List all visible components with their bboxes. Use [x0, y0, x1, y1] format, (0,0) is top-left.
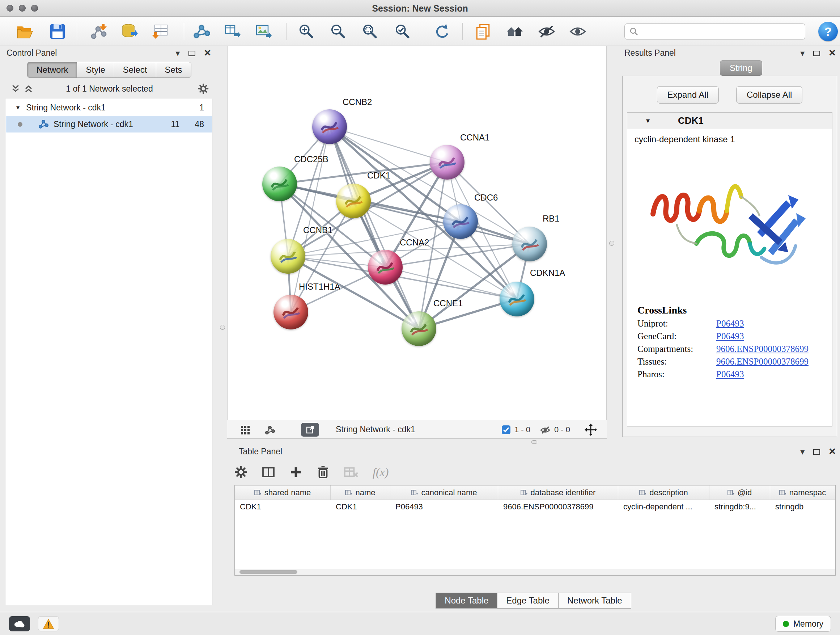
panel-close-icon[interactable]: ×: [204, 47, 211, 58]
save-session-button[interactable]: [47, 21, 68, 42]
network-node-cdkn1a[interactable]: [500, 282, 534, 317]
expand-tree-icon[interactable]: [11, 84, 20, 93]
network-node-ccna2[interactable]: [368, 250, 403, 285]
tab-edge-table[interactable]: Edge Table: [497, 593, 559, 608]
tree-expand-icon[interactable]: ▾: [16, 103, 19, 111]
show-columns-icon[interactable]: [262, 466, 275, 478]
table-cell[interactable]: stringdb: [770, 500, 835, 514]
panel-close-icon[interactable]: ×: [829, 47, 836, 58]
network-node-ccnb1[interactable]: [271, 239, 305, 274]
export-image-button[interactable]: [253, 21, 274, 42]
gene-section-header[interactable]: ▾ CDK1: [627, 112, 832, 129]
column-header-description[interactable]: description: [618, 486, 709, 500]
column-header-shared-name[interactable]: shared name: [235, 486, 331, 500]
import-network-from-database-button[interactable]: [118, 21, 140, 42]
hide-graphics-details-button[interactable]: [536, 21, 557, 42]
bottom-splitter-handle[interactable]: [531, 440, 537, 444]
show-all-networks-button[interactable]: [504, 21, 525, 42]
network-node-ccna1[interactable]: [430, 145, 464, 180]
network-node-rb1[interactable]: [512, 226, 547, 261]
add-column-plus-icon[interactable]: [289, 466, 302, 478]
panel-menu-icon[interactable]: ▾: [175, 49, 180, 57]
column-header--id[interactable]: @id: [709, 486, 770, 500]
crosslink-link[interactable]: 9606.ENSP00000378699: [716, 344, 808, 354]
protein-thumbnail-icon: [401, 311, 436, 346]
tab-select[interactable]: Select: [114, 62, 156, 78]
scroll-thumb[interactable]: [240, 570, 297, 574]
birdseye-grid-icon[interactable]: [240, 425, 250, 435]
panel-float-icon[interactable]: [188, 51, 195, 56]
collapse-tree-icon[interactable]: [24, 84, 33, 93]
cloud-button[interactable]: [9, 616, 30, 631]
crosslink-link[interactable]: 9606.ENSP00000378699: [716, 356, 808, 367]
help-button[interactable]: ?: [818, 22, 838, 41]
zoom-selected-button[interactable]: [392, 21, 413, 42]
network-overview-icon[interactable]: [265, 425, 275, 435]
network-view-title: String Network - cdk1: [336, 424, 415, 434]
gear-icon[interactable]: [198, 83, 209, 94]
zoom-in-button[interactable]: [296, 21, 317, 42]
new-network-from-selection-button[interactable]: [191, 21, 212, 42]
network-collection-row[interactable]: ▾ String Network - cdk1 1: [6, 99, 212, 116]
column-header-name[interactable]: name: [331, 486, 390, 500]
network-canvas[interactable]: CCNB2CCNA1CDC25BCDK1CDC6RB1CCNB1CCNA2CDK…: [227, 46, 607, 420]
expand-all-button[interactable]: Expand All: [657, 86, 719, 103]
tab-network[interactable]: Network: [27, 62, 77, 78]
show-graphics-details-button[interactable]: [567, 21, 588, 42]
table-settings-gear-icon[interactable]: [234, 466, 248, 478]
tab-node-table[interactable]: Node Table: [436, 593, 497, 608]
open-in-window-button[interactable]: [301, 423, 319, 437]
collapse-all-button[interactable]: Collapse All: [736, 86, 802, 103]
titlebar: Session: New Session: [0, 0, 840, 17]
network-node-ccne1[interactable]: [401, 311, 436, 346]
network-node-hist1h1a[interactable]: [273, 295, 308, 329]
table-hscrollbar[interactable]: [235, 569, 835, 575]
table-cell[interactable]: cyclin-dependent ...: [618, 500, 709, 514]
import-network-from-file-button[interactable]: [88, 21, 109, 42]
network-node-cdc6[interactable]: [443, 204, 478, 239]
panel-menu-icon[interactable]: ▾: [800, 448, 805, 456]
panel-float-icon[interactable]: [813, 51, 820, 56]
table-row[interactable]: CDK1CDK1P064939606.ENSP00000378699cyclin…: [235, 500, 835, 514]
panel-menu-icon[interactable]: ▾: [800, 49, 805, 57]
left-splitter-handle[interactable]: [220, 325, 225, 330]
panel-close-icon[interactable]: ×: [829, 445, 836, 457]
right-splitter-handle[interactable]: [609, 241, 614, 246]
search-input[interactable]: [638, 24, 805, 39]
network-node-ccnb2[interactable]: [312, 109, 347, 144]
network-node-cdk1[interactable]: [336, 184, 371, 218]
selected-checkbox-icon[interactable]: [501, 425, 511, 434]
warnings-button[interactable]: [38, 616, 59, 631]
apply-layout-button[interactable]: [431, 21, 452, 42]
delete-column-trash-icon[interactable]: [317, 466, 329, 478]
table-cell[interactable]: CDK1: [235, 500, 331, 514]
crosslink-link[interactable]: P06493: [716, 318, 744, 329]
column-header-canonical-name[interactable]: canonical name: [390, 486, 498, 500]
table-cell[interactable]: CDK1: [331, 500, 390, 514]
column-header-namespac[interactable]: namespac: [770, 486, 835, 500]
crosslink-link[interactable]: P06493: [716, 331, 744, 341]
zoom-fit-button[interactable]: [360, 21, 381, 42]
panel-float-icon[interactable]: [813, 449, 820, 455]
table-cell[interactable]: P06493: [390, 500, 498, 514]
crosslink-link[interactable]: P06493: [716, 369, 744, 379]
network-table-button[interactable]: [222, 21, 243, 42]
network-node-cdc25b[interactable]: [262, 166, 297, 201]
open-session-button[interactable]: [14, 21, 35, 42]
tab-string[interactable]: String: [720, 60, 762, 76]
move-crosshair-icon[interactable]: [584, 424, 597, 436]
column-header-database-identifier[interactable]: database identifier: [498, 486, 618, 500]
table-cell[interactable]: 9606.ENSP00000378699: [498, 500, 618, 514]
zoom-out-button[interactable]: [328, 21, 349, 42]
memory-button[interactable]: Memory: [775, 616, 831, 632]
copy-style-button[interactable]: [472, 21, 493, 42]
table-cell[interactable]: stringdb:9...: [709, 500, 770, 514]
tab-network-table[interactable]: Network Table: [558, 593, 631, 608]
tab-sets[interactable]: Sets: [156, 62, 191, 78]
hidden-eye-icon[interactable]: [540, 425, 551, 435]
tab-style[interactable]: Style: [77, 62, 114, 78]
import-table-from-file-button[interactable]: [150, 21, 171, 42]
hidden-count: 0 - 0: [554, 425, 570, 434]
network-row[interactable]: String Network - cdk1 11 48: [6, 116, 212, 133]
collapse-gene-icon[interactable]: ▾: [646, 116, 650, 125]
